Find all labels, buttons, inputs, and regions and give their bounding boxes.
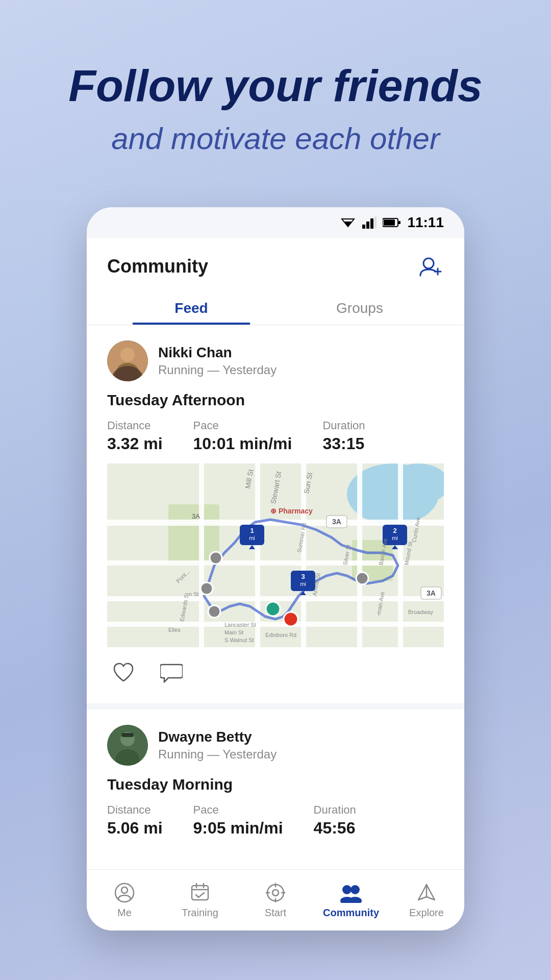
- header-top: Community: [107, 253, 444, 280]
- stat-pace-label-1: Pace: [193, 419, 292, 432]
- user-name-nikki: Nikki Chan: [158, 345, 277, 361]
- header-title: Community: [107, 256, 208, 277]
- map-container-1: 1 mi 2 mi 3 mi: [107, 463, 444, 647]
- stat-pace-2: Pace 9:05 min/mi: [193, 803, 283, 838]
- wifi-icon: [340, 216, 356, 229]
- svg-text:Main St: Main St: [224, 629, 243, 635]
- battery-icon: [383, 217, 401, 228]
- avatar-dwayne: [107, 725, 148, 766]
- stat-pace-value-2: 9:05 min/mi: [193, 819, 283, 838]
- svg-text:Broadway: Broadway: [408, 609, 433, 615]
- card-header-2: Dwayne Betty Running — Yesterday: [107, 725, 444, 766]
- promo-section: Follow your friends and motivate each ot…: [0, 61, 551, 187]
- svg-rect-5: [374, 216, 377, 229]
- stat-distance-label-1: Distance: [107, 419, 163, 432]
- add-person-icon: [419, 256, 442, 277]
- nav-item-explore[interactable]: Explore: [389, 876, 464, 924]
- svg-point-45: [356, 572, 368, 584]
- status-icons: 11:11: [340, 214, 444, 231]
- promo-title: Follow your friends: [31, 61, 520, 111]
- stats-row-2: Distance 5.06 mi Pace 9:05 min/mi Durati…: [107, 803, 444, 838]
- user-meta-dwayne: Running — Yesterday: [158, 747, 277, 762]
- nav-item-community[interactable]: Community: [313, 876, 389, 924]
- nav-training-icon: [189, 881, 211, 904]
- stat-duration-2: Duration 45:56: [314, 803, 356, 838]
- feed: Nikki Chan Running — Yesterday Tuesday A…: [87, 325, 464, 863]
- nav-me-label: Me: [117, 907, 132, 919]
- svg-text:1: 1: [250, 527, 254, 534]
- svg-point-90: [342, 885, 352, 894]
- stat-duration-value-2: 45:56: [314, 819, 356, 838]
- svg-point-15: [120, 348, 135, 362]
- nav-start-label: Start: [265, 907, 286, 919]
- svg-point-9: [423, 258, 434, 268]
- nav-item-training[interactable]: Training: [162, 876, 238, 924]
- svg-point-91: [350, 885, 360, 894]
- svg-rect-4: [370, 218, 373, 229]
- svg-rect-3: [366, 222, 369, 229]
- svg-rect-24: [107, 596, 444, 601]
- stat-pace-label-2: Pace: [193, 803, 283, 817]
- svg-text:Lancaster St: Lancaster St: [224, 622, 256, 628]
- nav-item-start[interactable]: Start: [238, 876, 313, 924]
- nav-item-me[interactable]: Me: [87, 876, 162, 924]
- nav-community-icon: [340, 881, 362, 904]
- stat-pace-value-1: 10:01 min/mi: [193, 434, 292, 453]
- tab-groups[interactable]: Groups: [276, 292, 444, 325]
- stat-pace-1: Pace 10:01 min/mi: [193, 419, 292, 453]
- svg-text:n St: n St: [189, 591, 199, 597]
- heart-icon: [112, 663, 135, 683]
- phone-frame: 11:11 Community Feed Groups: [87, 207, 464, 930]
- status-bar: 11:11: [87, 207, 464, 238]
- svg-rect-77: [121, 733, 134, 737]
- svg-point-14: [116, 363, 139, 381]
- user-info-dwayne: Dwayne Betty Running — Yesterday: [158, 729, 277, 762]
- add-friend-button[interactable]: [417, 253, 444, 280]
- svg-text:3A: 3A: [332, 518, 341, 526]
- svg-text:⊕ Pharmacy: ⊕ Pharmacy: [270, 507, 313, 515]
- svg-text:3A: 3A: [427, 589, 436, 597]
- svg-rect-80: [192, 886, 208, 900]
- nav-me-icon: [113, 881, 136, 904]
- svg-text:2: 2: [393, 527, 396, 534]
- svg-text:Elles: Elles: [168, 627, 181, 633]
- svg-point-43: [208, 605, 220, 618]
- activity-card-1: Nikki Chan Running — Yesterday Tuesday A…: [87, 325, 464, 703]
- nav-training-label: Training: [182, 907, 218, 919]
- bottom-nav: Me Training: [87, 869, 464, 930]
- stat-duration-value-1: 33:15: [322, 434, 365, 453]
- svg-rect-26: [199, 463, 204, 647]
- svg-rect-23: [107, 560, 444, 566]
- svg-text:Edinboro Rd: Edinboro Rd: [265, 632, 296, 638]
- user-info-nikki: Nikki Chan Running — Yesterday: [158, 345, 277, 377]
- stat-duration-1: Duration 33:15: [322, 419, 365, 453]
- promo-subtitle: and motivate each other: [31, 121, 520, 156]
- tab-feed[interactable]: Feed: [107, 292, 276, 325]
- svg-text:3: 3: [301, 573, 305, 580]
- svg-point-16: [112, 367, 143, 381]
- app-header: Community Feed Groups: [87, 238, 464, 325]
- user-name-dwayne: Dwayne Betty: [158, 729, 277, 745]
- card-actions-1: [107, 657, 444, 688]
- like-button-1[interactable]: [107, 657, 140, 688]
- svg-point-44: [210, 552, 222, 564]
- activity-card-2: Dwayne Betty Running — Yesterday Tuesday…: [87, 709, 464, 863]
- user-meta-nikki: Running — Yesterday: [158, 363, 277, 377]
- svg-rect-2: [362, 225, 365, 229]
- svg-rect-27: [255, 463, 260, 647]
- svg-text:mi: mi: [300, 581, 306, 587]
- svg-text:3A: 3A: [192, 512, 200, 520]
- svg-text:mi: mi: [249, 535, 255, 541]
- activity-title-1: Tuesday Afternoon: [107, 391, 444, 409]
- stat-duration-label-1: Duration: [322, 419, 365, 432]
- svg-point-47: [284, 612, 298, 626]
- svg-rect-7: [384, 219, 395, 226]
- stats-row-1: Distance 3.32 mi Pace 10:01 min/mi Durat…: [107, 419, 444, 453]
- nav-start-icon: [264, 881, 287, 904]
- nav-explore-icon: [415, 881, 438, 904]
- comment-button-1[interactable]: [155, 657, 188, 688]
- signal-icon: [362, 216, 377, 229]
- stat-distance-value-2: 5.06 mi: [107, 819, 163, 838]
- svg-point-46: [201, 582, 213, 595]
- card-header-1: Nikki Chan Running — Yesterday: [107, 340, 444, 381]
